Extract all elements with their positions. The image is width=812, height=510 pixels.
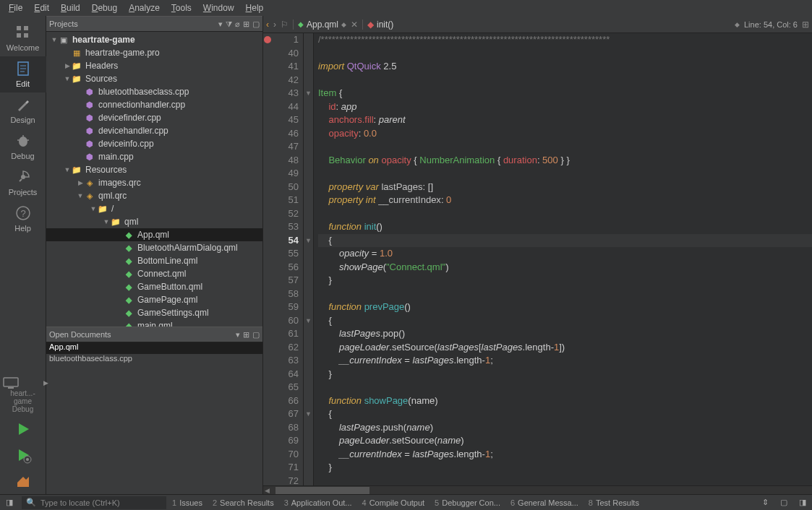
tree-item[interactable]: ◆Connect.qml [46,267,262,280]
tree-item[interactable]: ▶📁Headers [46,59,262,72]
close-panel-icon[interactable]: ▢ [252,330,260,340]
project-tree[interactable]: ▼▣heartrate-game▦heartrate-game.pro▶📁Hea… [46,32,262,327]
horizontal-scrollbar[interactable]: ◀ [263,485,812,494]
toggle-sidebar-icon[interactable]: ◨ [3,498,16,507]
output-pane-8[interactable]: 8Test Results [589,498,639,507]
tree-item[interactable]: ▶◈images.qrc [46,176,262,189]
close-panel-icon[interactable]: ▢ [252,20,260,29]
search-icon: 🔍 [26,498,36,507]
menu-help[interactable]: Help [240,1,270,14]
tree-item[interactable]: ⬢main.cpp [46,150,262,163]
output-pane-5[interactable]: 5Debugger Con... [435,498,500,507]
open-doc-item[interactable]: bluetoothbaseclass.cpp [46,354,262,366]
toggle-right-sidebar-icon[interactable]: ◨ [796,498,809,507]
menu-edit[interactable]: Edit [28,1,55,14]
tree-item[interactable]: ⬢bluetoothbaseclass.cpp [46,85,262,98]
expand-arrow-icon[interactable]: ▼ [64,75,71,82]
design-icon [15,97,31,114]
tree-item[interactable]: ◆main.qml [46,319,262,327]
help-icon: ? [15,205,31,222]
run-debug-button[interactable] [14,442,32,468]
close-file-icon[interactable]: ✕ [351,20,358,30]
tree-item[interactable]: ⬢devicehandler.cpp [46,124,262,137]
menu-analyze[interactable]: Analyze [123,1,166,14]
output-pane-4[interactable]: 4Compile Output [362,498,425,507]
monitor-icon [1,376,20,389]
debug-icon [15,133,31,150]
svg-text:?: ? [20,208,25,219]
menu-window[interactable]: Window [197,1,240,14]
open-doc-item[interactable]: App.qml [46,342,262,354]
output-pane-2[interactable]: 2Search Results [213,498,274,507]
nav-forward-icon[interactable]: › [273,20,276,30]
locator-placeholder: Type to locate (Ctrl+K) [40,498,120,507]
output-pane-1[interactable]: 1Issues [172,498,202,507]
svg-rect-1 [24,26,28,30]
tree-item[interactable]: ◆GameSettings.qml [46,306,262,319]
expand-arrow-icon[interactable]: ▼ [77,192,84,199]
split-icon[interactable]: ⊞ [243,330,249,340]
file-selector[interactable]: ◆ App.qml ◆ [298,20,346,30]
nav-back-icon[interactable]: ‹ [266,20,269,30]
expand-arrow-icon[interactable]: ▼ [103,218,110,225]
menubar: FileEditBuildDebugAnalyzeToolsWindowHelp [0,0,812,16]
symbol-selector[interactable]: ◆ init() [367,20,393,30]
close-output-icon[interactable]: ▢ [777,498,790,507]
mode-help[interactable]: ?Help [0,201,46,237]
svg-rect-17 [8,387,14,389]
menu-file[interactable]: File [3,1,28,14]
tree-item[interactable]: ◆GameButton.qml [46,280,262,293]
mode-projects[interactable]: Projects [0,165,46,201]
nav-bookmark-icon[interactable]: ⚐ [281,20,289,30]
filter-icon[interactable]: ⧩ [226,20,232,29]
mode-edit[interactable]: Edit [0,56,46,92]
tree-item[interactable]: ⬢connectionhandler.cpp [46,98,262,111]
expand-arrow-icon[interactable]: ▶ [77,179,84,186]
tree-item[interactable]: ▼📁/ [46,202,262,215]
tree-item[interactable]: ▼▣heartrate-game [46,33,262,46]
tree-item[interactable]: ◆BottomLine.qml [46,254,262,267]
split-editor-icon[interactable]: ⊞ [802,20,809,30]
expand-arrow-icon[interactable]: ▼ [51,36,58,43]
link-icon[interactable]: ⌀ [235,20,240,29]
code-editor[interactable]: 1404142434445464748495051525354555657585… [263,33,812,485]
opendocs-header: Open Documents ▾ ⊞ ▢ [46,327,262,342]
expand-arrow-icon[interactable]: ▼ [64,166,71,173]
tree-item[interactable]: ⬢devicefinder.cpp [46,111,262,124]
symbol-nav-icon[interactable]: ◆ [735,21,740,28]
run-button[interactable] [14,416,32,442]
output-pane-6[interactable]: 6General Messa... [510,498,578,507]
dropdown-icon[interactable]: ▾ [236,330,240,340]
tree-item[interactable]: ◆BluetoothAlarmDialog.qml [46,241,262,254]
svg-point-8 [19,137,27,147]
build-button[interactable] [14,468,32,494]
locator-input[interactable]: 🔍 Type to locate (Ctrl+K) [22,496,166,509]
output-pane-3[interactable]: 3Application Out... [284,498,352,507]
tree-item[interactable]: ▼📁Sources [46,72,262,85]
menu-tools[interactable]: Tools [166,1,197,14]
method-icon: ◆ [367,20,374,30]
expand-arrow-icon[interactable]: ▶ [64,62,71,69]
tree-item[interactable]: ⬢deviceinfo.cpp [46,137,262,150]
mode-welcome[interactable]: Welcome [0,20,46,56]
output-menu-icon[interactable]: ⇕ [759,498,772,507]
mode-design[interactable]: Design [0,92,46,129]
expand-arrow-icon[interactable]: ▼ [90,205,97,212]
mode-debug[interactable]: Debug [0,129,46,165]
opendocs-title: Open Documents [49,330,111,339]
split-icon[interactable]: ⊞ [243,20,249,29]
edit-icon [15,61,31,78]
cursor-position: Line: 54, Col: 6 [744,20,798,29]
editor-area: ‹ › ⚐ ◆ App.qml ◆ ✕ ◆ init() ◆ Line: 54,… [263,16,812,494]
menu-build[interactable]: Build [55,1,86,14]
tree-item[interactable]: ▼📁Resources [46,163,262,176]
tree-item[interactable]: ▼📁qml [46,215,262,228]
dropdown-icon[interactable]: ▾ [218,20,223,29]
tree-item[interactable]: ◆GamePage.qml [46,293,262,306]
menu-debug[interactable]: Debug [86,1,123,14]
tree-item[interactable]: ◆App.qml [46,228,262,241]
tree-item[interactable]: ▼◈qml.qrc [46,189,262,202]
svg-point-12 [21,175,25,179]
kit-selector[interactable]: heart...-game Debug▶ [0,373,46,416]
tree-item[interactable]: ▦heartrate-game.pro [46,46,262,59]
